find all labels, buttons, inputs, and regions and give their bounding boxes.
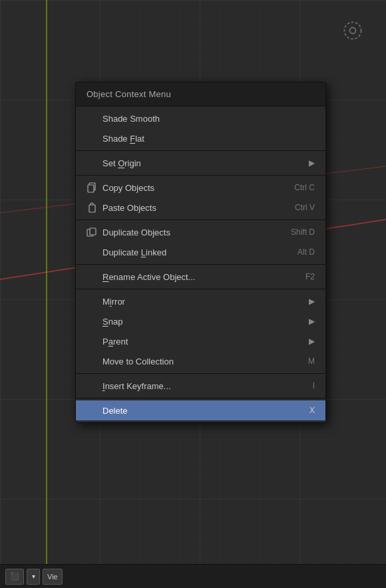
gear-icon (341, 19, 365, 43)
settings-icon-container[interactable] (338, 16, 367, 45)
menu-section-origin: Set Origin ▶ (76, 151, 325, 176)
parent-label: Parent (102, 337, 303, 347)
menu-item-duplicate-objects[interactable]: Duplicate Objects Shift D (76, 222, 325, 242)
set-origin-arrow: ▶ (309, 158, 315, 168)
copy-icon (85, 181, 98, 194)
menu-item-set-origin[interactable]: Set Origin ▶ (76, 153, 325, 173)
view-button[interactable]: Vie (43, 569, 63, 585)
mirror-arrow: ▶ (309, 297, 315, 306)
snap-arrow: ▶ (309, 317, 315, 326)
rename-active-label: Rename Active Object... (102, 272, 297, 282)
console-icon: ⬛ (10, 572, 19, 581)
context-menu-title: Object Context Menu (76, 82, 325, 106)
duplicate-linked-shortcut: Alt D (297, 247, 315, 257)
paste-objects-label: Paste Objects (102, 203, 287, 213)
menu-item-insert-keyframe[interactable]: Insert Keyframe... I (76, 376, 325, 396)
copy-objects-label: Copy Objects (102, 183, 286, 193)
rename-active-shortcut: F2 (305, 272, 315, 281)
mirror-label: Mirror (102, 297, 303, 307)
snap-label: Snap (102, 317, 303, 327)
bottom-toolbar: ⬛ ▾ Vie (0, 564, 386, 588)
menu-section-transform: Mirror ▶ Snap ▶ Parent ▶ Move to Collect… (76, 289, 325, 374)
delete-shortcut: X (309, 406, 315, 415)
delete-label: Delete (102, 406, 301, 416)
menu-item-copy-objects[interactable]: Copy Objects Ctrl C (76, 178, 325, 198)
paste-objects-shortcut: Ctrl V (295, 203, 315, 212)
console-button[interactable]: ⬛ (5, 569, 24, 585)
shade-smooth-label: Shade Smooth (102, 114, 315, 124)
copy-objects-shortcut: Ctrl C (294, 183, 315, 192)
duplicate-objects-label: Duplicate Objects (102, 227, 283, 237)
menu-section-rename: Rename Active Object... F2 (76, 265, 325, 289)
insert-keyframe-label: Insert Keyframe... (102, 381, 305, 391)
menu-section-delete: Delete X (76, 398, 325, 422)
menu-item-snap[interactable]: Snap ▶ (76, 311, 325, 331)
duplicate-icon (85, 225, 98, 239)
move-to-collection-shortcut: M (308, 357, 315, 366)
context-menu: Object Context Menu Shade Smooth Shade F… (75, 82, 326, 423)
move-to-collection-label: Move to Collection (102, 357, 300, 367)
svg-point-6 (350, 28, 356, 34)
view-label: Vie (47, 573, 58, 581)
duplicate-linked-label: Duplicate Linked (102, 247, 290, 257)
set-origin-label: Set Origin (102, 158, 303, 168)
svg-rect-11 (90, 228, 96, 235)
toolbar-dropdown[interactable]: ▾ (27, 569, 40, 585)
parent-arrow: ▶ (309, 337, 315, 346)
menu-item-shade-flat[interactable]: Shade Flat (76, 128, 325, 148)
menu-section-shading: Shade Smooth Shade Flat (76, 106, 325, 151)
menu-section-clipboard: Copy Objects Ctrl C Paste Objects Ctrl V (76, 176, 325, 220)
menu-section-duplicate: Duplicate Objects Shift D Duplicate Link… (76, 220, 325, 265)
menu-item-move-to-collection[interactable]: Move to Collection M (76, 351, 325, 371)
menu-item-shade-smooth[interactable]: Shade Smooth (76, 108, 325, 128)
svg-point-5 (344, 22, 361, 39)
insert-keyframe-shortcut: I (313, 381, 315, 390)
menu-item-rename-active[interactable]: Rename Active Object... F2 (76, 267, 325, 287)
svg-rect-9 (89, 205, 95, 212)
dropdown-arrow-icon: ▾ (32, 573, 35, 580)
menu-item-paste-objects[interactable]: Paste Objects Ctrl V (76, 198, 325, 218)
paste-icon (85, 201, 98, 214)
menu-item-mirror[interactable]: Mirror ▶ (76, 291, 325, 311)
menu-item-duplicate-linked[interactable]: Duplicate Linked Alt D (76, 242, 325, 262)
duplicate-objects-shortcut: Shift D (291, 227, 315, 237)
svg-rect-8 (88, 185, 94, 192)
menu-section-keyframe: Insert Keyframe... I (76, 374, 325, 398)
menu-item-parent[interactable]: Parent ▶ (76, 331, 325, 351)
menu-item-delete[interactable]: Delete X (76, 400, 325, 420)
shade-flat-label: Shade Flat (102, 134, 315, 144)
viewport: Object Context Menu Shade Smooth Shade F… (0, 0, 386, 588)
